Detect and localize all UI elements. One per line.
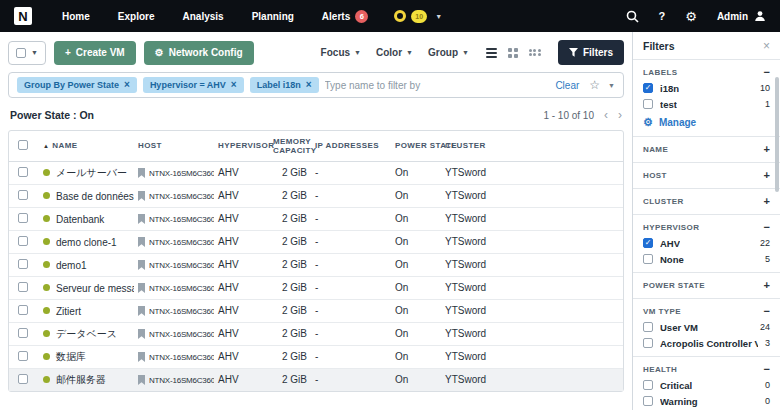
- create-vm-button[interactable]: + Create VM: [54, 41, 136, 65]
- column-header-ip[interactable]: IP ADDRESSES: [311, 131, 391, 161]
- column-header-memory[interactable]: MEMORY CAPACITY: [269, 131, 311, 161]
- column-header-cluster[interactable]: CLUSTER: [441, 131, 623, 161]
- health-summary[interactable]: 10 ▼: [394, 10, 442, 23]
- column-header-power[interactable]: POWER STATE: [391, 131, 441, 161]
- column-header-host[interactable]: HOST: [134, 131, 214, 161]
- nav-item-explore[interactable]: Explore: [118, 11, 155, 22]
- group-dropdown[interactable]: Group▼: [428, 47, 469, 58]
- filter-section-header[interactable]: HOST +: [643, 168, 770, 183]
- table-row[interactable]: メールサーバー NTNX-16SM6C360330... AHV 2 GiB -…: [9, 161, 623, 184]
- select-all-dropdown[interactable]: ▼: [8, 41, 46, 65]
- row-checkbox[interactable]: [18, 190, 28, 200]
- help-icon[interactable]: ?: [659, 10, 666, 22]
- next-page-icon[interactable]: ›: [618, 109, 622, 121]
- color-dropdown[interactable]: Color▼: [376, 47, 413, 58]
- filter-option[interactable]: ✓ i18n 10: [643, 80, 770, 96]
- list-view-icon[interactable]: [486, 48, 497, 58]
- filter-checkbox[interactable]: [643, 254, 653, 264]
- vm-name[interactable]: Zitiert: [56, 305, 81, 316]
- filter-section-header[interactable]: HEALTH −: [643, 362, 770, 377]
- grid-view-icon[interactable]: [508, 48, 518, 58]
- row-checkbox[interactable]: [18, 167, 28, 177]
- chip-remove-icon[interactable]: ×: [124, 80, 130, 90]
- nutanix-logo[interactable]: N: [14, 7, 32, 25]
- table-row[interactable]: Zitiert NTNX-16SM6C360330... AHV 2 GiB -…: [9, 299, 623, 322]
- prev-page-icon[interactable]: ‹: [604, 109, 608, 121]
- nav-item-home[interactable]: Home: [62, 11, 90, 22]
- table-row[interactable]: データベース NTNX-16SM6C360330... AHV 2 GiB - …: [9, 322, 623, 345]
- table-row[interactable]: 邮件服务器 NTNX-16SM6C360330... AHV 2 GiB - O…: [9, 368, 623, 391]
- table-view-icon[interactable]: [529, 49, 541, 57]
- header-checkbox[interactable]: [18, 140, 28, 150]
- filter-section-header[interactable]: POWER STATE +: [643, 278, 770, 293]
- vm-name[interactable]: 数据库: [56, 351, 86, 362]
- star-favorite-icon[interactable]: ☆: [589, 78, 600, 92]
- nav-item-alerts[interactable]: Alerts6: [322, 10, 368, 23]
- clear-filters-link[interactable]: Clear: [555, 80, 579, 91]
- vm-name[interactable]: demo1: [56, 259, 87, 270]
- gear-icon[interactable]: ⚙: [685, 10, 697, 23]
- filter-chip[interactable]: Group By Power State×: [17, 77, 137, 93]
- row-checkbox[interactable]: [18, 259, 28, 269]
- table-row[interactable]: demo1 NTNX-16SM6C360330... AHV 2 GiB - O…: [9, 253, 623, 276]
- collapse-icon[interactable]: −: [764, 222, 770, 233]
- filter-section-header[interactable]: VM TYPE −: [643, 304, 770, 319]
- panel-scrollbar[interactable]: [775, 77, 779, 192]
- vm-name[interactable]: Serveur de messagerie: [56, 282, 134, 293]
- filter-checkbox[interactable]: [643, 338, 653, 348]
- column-header-name[interactable]: ▲NAME: [39, 131, 134, 161]
- chip-remove-icon[interactable]: ×: [306, 80, 312, 90]
- close-icon[interactable]: ×: [763, 40, 770, 52]
- focus-dropdown[interactable]: Focus▼: [321, 47, 361, 58]
- filter-checkbox[interactable]: ✓: [643, 238, 653, 248]
- admin-menu[interactable]: Admin: [717, 10, 766, 22]
- nav-item-planning[interactable]: Planning: [252, 11, 294, 22]
- filter-checkbox[interactable]: [643, 322, 653, 332]
- vm-name[interactable]: Base de données: [56, 190, 134, 201]
- filter-checkbox[interactable]: [643, 396, 653, 406]
- select-all-checkbox[interactable]: [16, 48, 26, 58]
- filter-option[interactable]: test 1: [643, 96, 770, 112]
- filter-option[interactable]: ✓ AHV 22: [643, 235, 770, 251]
- table-row[interactable]: demo clone-1 NTNX-16SM6C360330... AHV 2 …: [9, 230, 623, 253]
- table-row[interactable]: Base de données NTNX-16SM6C360330... AHV…: [9, 184, 623, 207]
- manage-labels-link[interactable]: ⚙Manage: [643, 112, 770, 131]
- vm-name[interactable]: Datenbank: [56, 213, 104, 224]
- filter-section-header[interactable]: CLUSTER +: [643, 194, 770, 209]
- filter-checkbox[interactable]: [643, 99, 653, 109]
- row-checkbox[interactable]: [18, 374, 28, 384]
- vm-name[interactable]: メールサーバー: [56, 167, 127, 178]
- filter-chip[interactable]: Label i18n×: [250, 77, 319, 93]
- table-row[interactable]: Datenbank NTNX-16SM6C360330... AHV 2 GiB…: [9, 207, 623, 230]
- collapse-icon[interactable]: −: [764, 67, 770, 78]
- filter-section-header[interactable]: NAME +: [643, 142, 770, 157]
- network-config-button[interactable]: ⚙ Network Config: [144, 41, 254, 65]
- filter-chip[interactable]: Hypervisor = AHV×: [143, 77, 244, 93]
- filter-section-header[interactable]: HYPERVISOR −: [643, 220, 770, 235]
- row-checkbox[interactable]: [18, 213, 28, 223]
- filter-checkbox[interactable]: [643, 380, 653, 390]
- table-row[interactable]: 数据库 NTNX-16SM6C360330... AHV 2 GiB - On …: [9, 345, 623, 368]
- filter-option[interactable]: Warning 0: [643, 393, 770, 409]
- filter-option[interactable]: Critical 0: [643, 377, 770, 393]
- expand-icon[interactable]: +: [764, 280, 770, 291]
- expand-icon[interactable]: +: [764, 170, 770, 181]
- chevron-down-icon[interactable]: ▼: [608, 82, 615, 89]
- filter-option[interactable]: User VM 24: [643, 319, 770, 335]
- column-header-hypervisor[interactable]: HYPERVISOR: [214, 131, 269, 161]
- row-checkbox[interactable]: [18, 305, 28, 315]
- row-checkbox[interactable]: [18, 351, 28, 361]
- collapse-icon[interactable]: −: [764, 306, 770, 317]
- table-row[interactable]: Serveur de messagerie NTNX-16SM6C360330.…: [9, 276, 623, 299]
- vm-name[interactable]: demo clone-1: [56, 236, 117, 247]
- row-checkbox[interactable]: [18, 328, 28, 338]
- chip-remove-icon[interactable]: ×: [231, 80, 237, 90]
- expand-icon[interactable]: +: [764, 196, 770, 207]
- vm-name[interactable]: データベース: [56, 328, 117, 339]
- expand-icon[interactable]: +: [764, 144, 770, 155]
- row-checkbox[interactable]: [18, 282, 28, 292]
- vm-name[interactable]: 邮件服务器: [56, 374, 106, 385]
- row-checkbox[interactable]: [18, 236, 28, 246]
- filters-button[interactable]: Filters: [558, 40, 624, 65]
- filter-section-header[interactable]: LABELS −: [643, 65, 770, 80]
